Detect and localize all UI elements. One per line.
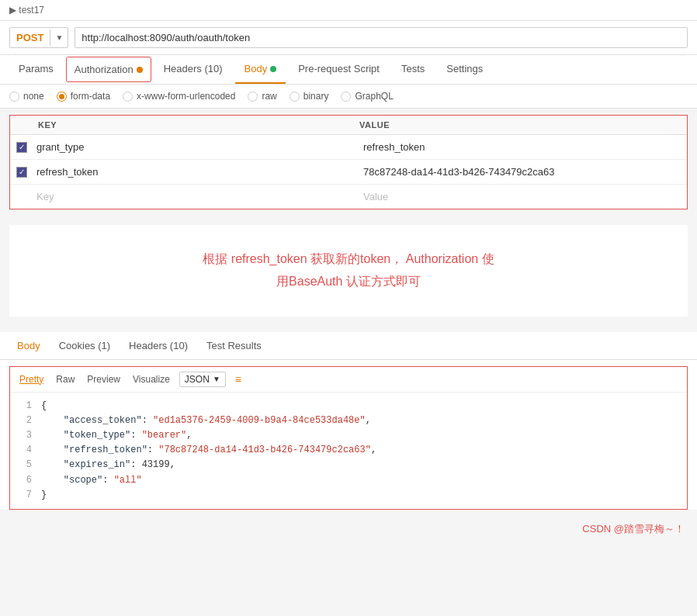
params-table: KEY VALUE grant_type refresh_token refre… xyxy=(9,115,688,209)
format-arrow: ▼ xyxy=(213,375,220,383)
placeholder-checkbox-cell xyxy=(10,185,33,209)
annotation-line2: 用BaseAuth 认证方式即可 xyxy=(25,271,672,293)
row2-checkbox-cell xyxy=(10,161,33,184)
tab-prerequest-label: Pre-request Script xyxy=(298,63,380,74)
tab-tests-label: Tests xyxy=(401,63,425,74)
radio-raw[interactable]: raw xyxy=(248,91,276,102)
json-line-5: 5 "expires_in": 43199, xyxy=(19,458,678,472)
watermark: CSDN @踏雪寻梅～！ xyxy=(0,516,697,542)
value-column-header: VALUE xyxy=(359,120,681,130)
breadcrumb-bar: ▶ test17 xyxy=(0,0,697,21)
authorization-dot xyxy=(137,67,143,73)
tab-headers-label: Headers (10) xyxy=(164,63,223,74)
json-line-6: 6 "scope": "all" xyxy=(19,473,678,488)
tab-authorization[interactable]: Authorization xyxy=(66,57,151,82)
tab-body-label: Body xyxy=(244,63,268,74)
radio-binary[interactable]: binary xyxy=(290,91,329,102)
placeholder-value[interactable]: Value xyxy=(357,185,687,209)
json-line-7: 7 } xyxy=(19,488,678,503)
response-body-panel: Pretty Raw Preview Visualize JSON ▼ ≡ 1 … xyxy=(9,366,688,510)
tab-headers[interactable]: Headers (10) xyxy=(154,55,232,84)
annotation-line1: 根据 refresh_token 获取新的token， Authorizatio… xyxy=(25,248,672,271)
row1-value[interactable]: refresh_token xyxy=(357,135,687,159)
response-view-toolbar: Pretty Raw Preview Visualize JSON ▼ ≡ xyxy=(10,367,687,393)
placeholder-key[interactable]: Key xyxy=(33,185,357,209)
format-label: JSON xyxy=(185,374,210,385)
table-header: KEY VALUE xyxy=(10,116,687,135)
row2-value[interactable]: 78c87248-da14-41d3-b426-743479c2ca63 xyxy=(357,160,687,184)
response-tab-testresults[interactable]: Test Results xyxy=(199,337,269,355)
request-tabs: Params Authorization Headers (10) Body P… xyxy=(0,55,697,85)
wrap-icon[interactable]: ≡ xyxy=(235,373,241,386)
radio-graphql[interactable]: GraphQL xyxy=(341,91,393,102)
radio-binary-circle xyxy=(290,92,300,102)
radio-formdata[interactable]: form-data xyxy=(57,91,110,102)
table-row-placeholder: Key Value xyxy=(10,185,687,209)
annotation-section: 根据 refresh_token 获取新的token， Authorizatio… xyxy=(9,225,688,317)
response-tab-body[interactable]: Body xyxy=(9,337,48,355)
tab-settings-label: Settings xyxy=(446,63,483,74)
body-type-row: none form-data x-www-form-urlencoded raw… xyxy=(0,85,697,109)
json-line-3: 3 "token_type": "bearer", xyxy=(19,428,678,443)
resp-tab-visualize[interactable]: Visualize xyxy=(130,372,173,386)
tab-body[interactable]: Body xyxy=(235,55,286,84)
tab-settings[interactable]: Settings xyxy=(437,55,492,84)
response-section: Body Cookies (1) Headers (10) Test Resul… xyxy=(0,332,697,510)
row2-checkbox[interactable] xyxy=(16,167,27,178)
radio-graphql-circle xyxy=(341,92,351,102)
tab-authorization-label: Authorization xyxy=(75,64,134,75)
json-line-2: 2 "access_token": "ed1a5376-2459-4009-b9… xyxy=(19,414,678,428)
radio-none[interactable]: none xyxy=(9,91,44,102)
method-dropdown-arrow[interactable]: ▼ xyxy=(50,29,68,46)
table-row: refresh_token 78c87248-da14-41d3-b426-74… xyxy=(10,160,687,185)
resp-tab-raw[interactable]: Raw xyxy=(53,372,78,386)
json-line-4: 4 "refresh_token": "78c87248-da14-41d3-b… xyxy=(19,443,678,458)
table-row: grant_type refresh_token xyxy=(10,135,687,160)
tab-params[interactable]: Params xyxy=(9,55,63,84)
response-tab-headers[interactable]: Headers (10) xyxy=(121,337,196,355)
placeholder-checkbox-empty xyxy=(16,192,27,202)
radio-none-circle xyxy=(9,92,19,102)
resp-tab-preview[interactable]: Preview xyxy=(84,372,123,386)
url-bar: POST ▼ xyxy=(0,21,697,55)
key-column-header: KEY xyxy=(38,120,359,130)
radio-raw-circle xyxy=(248,92,258,102)
url-input[interactable] xyxy=(75,27,688,48)
tab-params-label: Params xyxy=(19,63,54,74)
row1-checkbox-cell xyxy=(10,136,33,159)
json-line-1: 1 { xyxy=(19,399,678,414)
method-selector[interactable]: POST ▼ xyxy=(9,27,68,48)
row2-key[interactable]: refresh_token xyxy=(33,160,357,184)
method-label: POST xyxy=(10,28,50,47)
resp-tab-pretty[interactable]: Pretty xyxy=(16,372,47,386)
response-tab-cookies[interactable]: Cookies (1) xyxy=(51,337,118,355)
watermark-text: CSDN @踏雪寻梅～！ xyxy=(582,523,685,535)
tab-tests[interactable]: Tests xyxy=(392,55,434,84)
radio-urlencoded-circle xyxy=(123,92,133,102)
json-content: 1 { 2 "access_token": "ed1a5376-2459-400… xyxy=(10,393,687,509)
body-dot xyxy=(270,66,276,72)
breadcrumb: ▶ test17 xyxy=(9,5,44,16)
radio-urlencoded[interactable]: x-www-form-urlencoded xyxy=(123,91,235,102)
radio-formdata-circle xyxy=(57,92,67,102)
row1-key[interactable]: grant_type xyxy=(33,135,357,159)
tab-prerequest[interactable]: Pre-request Script xyxy=(289,55,389,84)
format-selector[interactable]: JSON ▼ xyxy=(179,372,226,387)
row1-checkbox[interactable] xyxy=(16,142,27,153)
response-tabs: Body Cookies (1) Headers (10) Test Resul… xyxy=(0,332,697,360)
